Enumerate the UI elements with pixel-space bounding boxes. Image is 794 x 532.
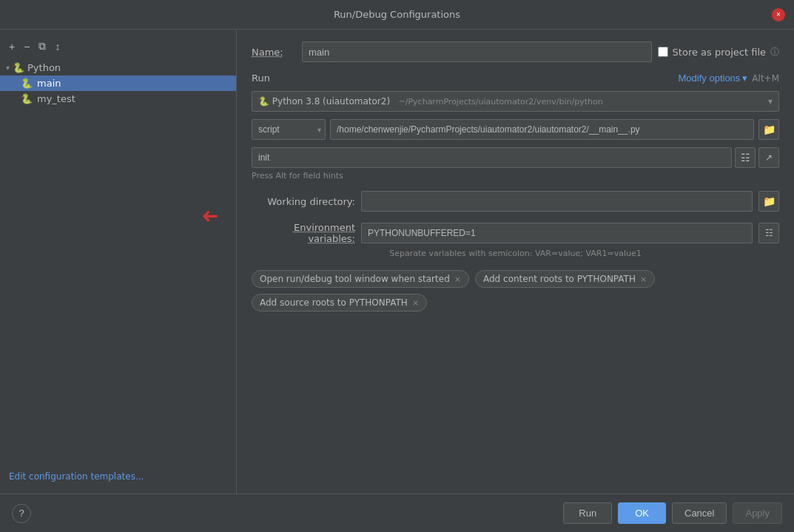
store-project-row: Store as project file ⓘ [658,46,779,58]
python-interpreter-selector[interactable]: 🐍 Python 3.8 (uiautomator2) ~/PycharmPro… [252,91,779,112]
python-group-icon: 🐍 [13,62,24,73]
config-tree: ▾ 🐍 Python 🐍 main 🐍 my_test [0,57,236,465]
footer-buttons: Run OK Cancel Apply [563,502,782,524]
my-test-config-label: my_test [37,93,75,104]
dialog: Run/Debug Configurations × + − ⧉ ↕ ▾ 🐍 P… [0,0,794,532]
store-project-label: Store as project file [673,47,766,58]
params-multi-button[interactable]: ☷ [735,147,756,168]
name-input[interactable] [302,41,652,62]
script-row: script 📁 [252,119,779,140]
chip-content-roots: Add content roots to PYTHONPATH × [475,270,655,288]
chip-content-roots-close[interactable]: × [640,275,647,283]
working-dir-folder-button[interactable]: 📁 [758,191,779,212]
env-separator-hint: Separate variables with semicolon: VAR=v… [252,249,779,258]
run-button[interactable]: Run [563,502,612,524]
chip-source-roots-label: Add source roots to PYTHONPATH [260,297,408,308]
script-type-select[interactable]: script [252,119,326,140]
chip-source-roots: Add source roots to PYTHONPATH × [252,294,427,312]
env-vars-edit-button[interactable]: ☷ [758,223,779,243]
help-button[interactable]: ? [12,504,31,523]
store-project-info-icon: ⓘ [770,46,779,58]
chevron-down-icon: ▾ [742,73,747,84]
working-dir-row: Working directory: 📁 [252,191,779,212]
dialog-titlebar: Run/Debug Configurations × [0,0,794,30]
chip-content-roots-label: Add content roots to PYTHONPATH [483,274,636,284]
script-path-folder-button[interactable]: 📁 [758,119,779,140]
close-button[interactable]: × [772,8,785,21]
right-panel: Name: Store as project file ⓘ Run Modify… [237,30,794,494]
run-section-header: Run Modify options ▾ Alt+M [252,73,779,84]
left-panel: + − ⧉ ↕ ▾ 🐍 Python 🐍 main � [0,30,237,494]
env-vars-label: Environment variables: [252,222,355,244]
my-test-config-icon: 🐍 [21,93,33,104]
add-config-button[interactable]: + [6,39,18,54]
chip-open-window-label: Open run/debug tool window when started [260,274,450,284]
tree-item-my-test[interactable]: 🐍 my_test [0,91,236,107]
python-group-label: Python [27,62,61,73]
script-type-wrapper: script [252,119,326,140]
main-config-icon: 🐍 [21,78,33,89]
dialog-footer: ? Run OK Cancel Apply [0,494,794,532]
name-label: Name: [252,47,296,58]
edit-templates-link[interactable]: Edit configuration templates... [0,465,236,488]
working-dir-label: Working directory: [252,196,355,207]
chip-open-window-close[interactable]: × [454,275,461,283]
chip-open-window: Open run/debug tool window when started … [252,270,469,288]
params-expand-button[interactable]: ↗ [758,147,779,168]
main-config-label: main [37,78,61,89]
python-interpreter-row: 🐍 Python 3.8 (uiautomator2) ~/PycharmPro… [252,91,779,112]
ok-button[interactable]: OK [618,502,666,524]
script-path-input[interactable] [330,119,754,140]
sort-config-button[interactable]: ↕ [52,39,63,54]
params-hint: Press Alt for field hints [252,171,779,181]
store-project-checkbox[interactable] [658,47,668,57]
copy-config-button[interactable]: ⧉ [36,38,49,54]
remove-config-button[interactable]: − [21,39,33,54]
chip-source-roots-close[interactable]: × [412,299,419,307]
dialog-title: Run/Debug Configurations [334,9,460,20]
apply-button[interactable]: Apply [733,502,782,524]
modify-options-label: Modify options [679,73,741,84]
params-row: ☷ ↗ [252,147,779,168]
chips-area: Open run/debug tool window when started … [252,270,779,312]
chevron-down-icon: ▾ [768,96,773,107]
run-section-title: Run [252,73,270,84]
python-interpreter-label: 🐍 Python 3.8 (uiautomator2) ~/PycharmPro… [258,96,603,107]
tree-item-main[interactable]: 🐍 main [0,75,236,91]
toolbar-row: + − ⧉ ↕ [0,36,236,57]
params-input[interactable] [252,147,732,168]
env-vars-row: Environment variables: ☷ [252,222,779,244]
chevron-down-icon: ▾ [6,64,10,72]
modify-options-shortcut: Alt+M [752,73,779,84]
env-vars-input[interactable] [361,223,753,243]
tree-group-python[interactable]: ▾ 🐍 Python [0,60,236,75]
dialog-body: + − ⧉ ↕ ▾ 🐍 Python 🐍 main � [0,30,794,494]
working-dir-input[interactable] [361,191,753,212]
cancel-button[interactable]: Cancel [672,502,727,524]
modify-options-button[interactable]: Modify options ▾ [679,73,748,84]
